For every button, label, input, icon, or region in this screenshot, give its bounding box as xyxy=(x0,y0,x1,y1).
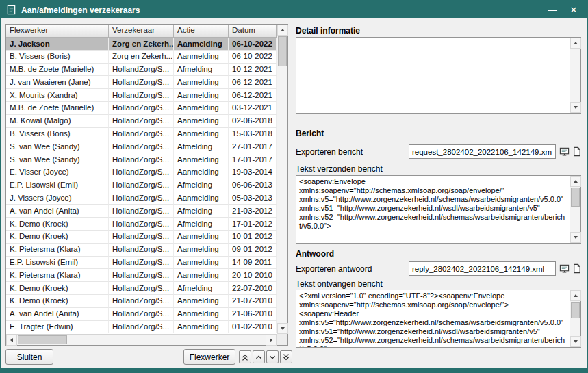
table-row[interactable]: J. van Waaieren (Jane) HollandZorg/S... … xyxy=(6,76,277,89)
table-horizontal-scrollbar[interactable] xyxy=(6,334,277,345)
detail-informatie-textarea[interactable] xyxy=(296,38,570,113)
scroll-left-button[interactable] xyxy=(6,335,17,346)
cell-datum: 01-02-2010 xyxy=(229,321,277,333)
flexwerker-button-label: Flexwerker xyxy=(190,352,230,362)
scroll-up-button[interactable] xyxy=(570,290,581,301)
cell-datum: 10-01-2012 xyxy=(229,231,277,244)
cell-datum: 09-01-2012 xyxy=(229,244,277,257)
scroll-up-button[interactable] xyxy=(277,25,288,36)
cell-datum: 21-07-2010 xyxy=(229,295,277,308)
table-row[interactable]: A. van Andel (Anita) HollandZorg/S... Af… xyxy=(6,205,277,218)
table-row[interactable]: K. Pietersma (Klara) HollandZorg/S... Aa… xyxy=(6,269,277,282)
table-row[interactable]: B. Vissers (Boris) HollandZorg/S... Aanm… xyxy=(6,128,277,141)
table-row[interactable]: E. Visser (Joyce) HollandZorg/S... Aanme… xyxy=(6,166,277,179)
previous-record-button[interactable] xyxy=(253,350,265,363)
column-header-actie[interactable]: Actie xyxy=(174,25,229,37)
exporteren-antwoord-input[interactable] xyxy=(409,261,556,276)
scroll-down-button[interactable] xyxy=(570,232,581,243)
table-row[interactable]: B. Vissers (Boris) Zorg en Zekerh... Aan… xyxy=(6,51,277,64)
table-row[interactable]: E.P. Lisowski (Emil) HollandZorg/S... Af… xyxy=(6,179,277,192)
column-header-datum[interactable]: Datum xyxy=(229,25,277,37)
cell-datum: 22-07-2010 xyxy=(229,282,277,295)
scroll-down-button[interactable] xyxy=(277,323,288,334)
cell-flexwerker: K. Demo (Kroek) xyxy=(6,295,109,308)
verzonden-bericht-textarea[interactable]: <soapenv:Envelope xmlns:soapenv="http://… xyxy=(296,176,570,243)
scroll-right-button[interactable] xyxy=(266,335,277,346)
app-icon xyxy=(6,5,16,15)
cell-actie: Afmelding xyxy=(174,179,229,192)
cell-actie: Afmelding xyxy=(174,64,229,77)
table-row[interactable]: K. Demo (Kroek) HollandZorg/S... Aanmeld… xyxy=(6,231,277,244)
exporteren-antwoord-label: Exporteren antwoord xyxy=(296,264,372,274)
detail-scrollbar[interactable] xyxy=(570,38,580,113)
antwoord-export-file-button[interactable] xyxy=(571,263,582,274)
vertical-scroll-thumb[interactable] xyxy=(571,188,580,207)
ontvangen-bericht-textarea[interactable]: <?xml version="1.0" encoding="UTF-8"?><s… xyxy=(296,290,570,347)
cell-verzekeraar: HollandZorg/S... xyxy=(109,231,174,244)
horizontal-scroll-thumb[interactable] xyxy=(18,335,67,344)
table-row[interactable]: S. van Wee (Sandy) HollandZorg/S... Afme… xyxy=(6,140,277,153)
table-row[interactable]: J. Jackson Zorg en Zekerh... Aanmelding … xyxy=(6,38,277,51)
first-record-button[interactable] xyxy=(239,350,251,363)
cell-datum: 06-10-2022 xyxy=(229,51,277,64)
cell-flexwerker: E.P. Lisowski (Emil) xyxy=(6,257,109,270)
cell-verzekeraar: HollandZorg/S... xyxy=(109,153,174,166)
title-bar[interactable]: Aan/afmeldingen verzekeraars — ✕ xyxy=(1,1,587,18)
cell-actie: Aanmelding xyxy=(174,153,229,166)
cell-actie: Aanmelding xyxy=(174,102,229,115)
next-record-button[interactable] xyxy=(266,350,279,363)
cell-verzekeraar: HollandZorg/S... xyxy=(109,269,174,282)
close-button[interactable]: ✕ xyxy=(565,3,582,18)
triangle-right-icon xyxy=(270,338,272,342)
column-header-flexwerker[interactable]: Flexwerker xyxy=(6,25,109,37)
bericht-export-file-button[interactable] xyxy=(571,146,582,157)
cell-actie: Aanmelding xyxy=(174,38,229,51)
table-vertical-scrollbar[interactable] xyxy=(277,25,287,334)
ontvangen-scrollbar[interactable] xyxy=(570,290,580,347)
chevron-down-icon xyxy=(268,352,277,362)
table-row[interactable]: X. Mourits (Xandra) HollandZorg/S... Aan… xyxy=(6,89,277,102)
exporteren-bericht-input[interactable] xyxy=(409,144,556,159)
triangle-down-icon xyxy=(281,327,285,330)
table-row[interactable]: J. Vissers (Joyce) HollandZorg/S... Aanm… xyxy=(6,192,277,205)
scroll-down-button[interactable] xyxy=(570,336,581,347)
antwoord-view-button[interactable] xyxy=(559,263,570,274)
table-row[interactable]: M.B. de Zoete (Marielle) HollandZorg/S..… xyxy=(6,64,277,77)
cell-flexwerker: K. Pietersma (Klara) xyxy=(6,269,109,282)
last-record-button[interactable] xyxy=(280,350,292,363)
cell-flexwerker: E.P. Lisowski (Emil) xyxy=(6,179,109,192)
sluiten-button[interactable]: Sluiten xyxy=(5,349,53,365)
flexwerker-button[interactable]: Flexwerker xyxy=(183,349,235,365)
cell-verzekeraar: HollandZorg/S... xyxy=(109,102,174,115)
scroll-down-button[interactable] xyxy=(570,102,581,113)
table-row[interactable]: A. van Andel (Anita) HollandZorg/S... Aa… xyxy=(6,308,277,321)
minimize-button[interactable]: — xyxy=(544,3,561,18)
cell-flexwerker: M.B. de Zoete (Marielle) xyxy=(6,64,109,77)
table-row[interactable]: E.P. Lisowski (Emil) HollandZorg/S... Aa… xyxy=(6,257,277,270)
double-chevron-up-icon xyxy=(240,352,250,362)
cell-verzekeraar: HollandZorg/S... xyxy=(109,257,174,270)
dialog-window: Aan/afmeldingen verzekeraars — ✕ Flexwer… xyxy=(0,0,588,373)
bericht-view-button[interactable] xyxy=(559,146,570,157)
table-row[interactable]: E. Tragter (Edwin) HollandZorg/S... Aanm… xyxy=(6,321,277,333)
table-row[interactable]: M.B. de Zoete (Marielle) HollandZorg/S..… xyxy=(6,102,277,115)
vertical-scroll-thumb[interactable] xyxy=(571,302,580,318)
cell-verzekeraar: HollandZorg/S... xyxy=(109,282,174,295)
scroll-up-button[interactable] xyxy=(570,176,581,187)
scroll-up-button[interactable] xyxy=(570,38,581,49)
table-row[interactable]: K. Demo (Kroek) HollandZorg/S... Afmeldi… xyxy=(6,218,277,231)
table-row[interactable]: S. van Wee (Sandy) HollandZorg/S... Aanm… xyxy=(6,153,277,166)
cell-datum: 17-01-2012 xyxy=(229,218,277,231)
cell-flexwerker: M. Kowal (Malgo) xyxy=(6,115,109,128)
cell-datum: 06-12-2021 xyxy=(229,76,277,89)
table-row[interactable]: M. Kowal (Malgo) HollandZorg/S... Aanmel… xyxy=(6,115,277,128)
double-chevron-down-icon xyxy=(281,352,291,362)
cell-verzekeraar: HollandZorg/S... xyxy=(109,308,174,321)
table-row[interactable]: K. Demo (Kroek) HollandZorg/S... Aanmeld… xyxy=(6,295,277,308)
verzonden-scrollbar[interactable] xyxy=(570,176,580,243)
table-row[interactable]: K. Pietersma (Klara) HollandZorg/S... Aa… xyxy=(6,244,277,257)
table-row[interactable]: K. Demo (Kroek) HollandZorg/S... Afmeldi… xyxy=(6,282,277,295)
vertical-scroll-thumb[interactable] xyxy=(278,36,287,66)
triangle-up-icon xyxy=(574,294,578,297)
column-header-verzekeraar[interactable]: Verzekeraar xyxy=(109,25,174,37)
